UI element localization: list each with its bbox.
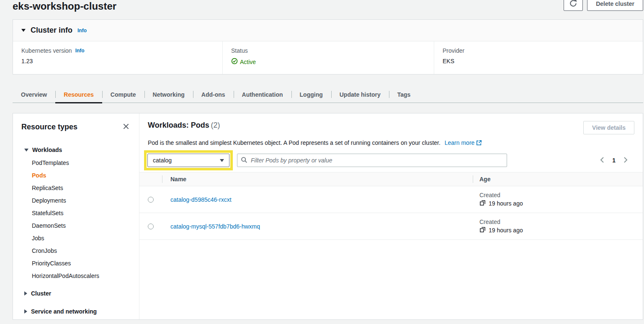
sidebar-item-priorityclasses[interactable]: PriorityClasses xyxy=(21,257,131,270)
cluster-info-link[interactable]: Info xyxy=(77,28,87,33)
sidebar-item-statefulsets[interactable]: StatefulSets xyxy=(21,207,131,219)
sidebar-item-daemonsets[interactable]: DaemonSets xyxy=(21,219,131,232)
tab-add-ons[interactable]: Add-ons xyxy=(193,87,234,103)
workloads-items: PodTemplates Pods ReplicaSets Deployment… xyxy=(21,157,131,282)
kubernetes-version-label: Kubernetes version Info xyxy=(21,47,214,54)
tab-networking[interactable]: Networking xyxy=(144,87,193,103)
resource-types-sidebar: Resource types Workloads PodTemplates Po… xyxy=(13,113,139,319)
row-radio-button[interactable] xyxy=(148,197,154,203)
chevron-down-icon xyxy=(220,159,224,162)
provider-field: Provider EKS xyxy=(434,41,643,74)
copy-icon[interactable] xyxy=(479,226,486,234)
age-created-label: Created xyxy=(479,219,643,225)
age-created-label: Created xyxy=(479,192,643,198)
kubernetes-version-info-link[interactable]: Info xyxy=(75,48,85,54)
tab-authentication[interactable]: Authentication xyxy=(234,87,291,103)
provider-value: EKS xyxy=(443,58,634,64)
age-value-text: 19 hours ago xyxy=(489,227,523,234)
tree-group-service-networking[interactable]: Service and networking xyxy=(21,305,131,318)
pod-name-link[interactable]: catalog-d5985c46-rxcxt xyxy=(170,196,232,203)
pods-content: Workloads: Pods (2) View details Pod is … xyxy=(139,113,643,319)
resources-panel: Resource types Workloads PodTemplates Po… xyxy=(13,113,643,320)
tab-update-history[interactable]: Update history xyxy=(331,87,389,103)
caret-right-icon xyxy=(24,309,27,314)
copy-icon[interactable] xyxy=(479,200,486,207)
tab-resources[interactable]: Resources xyxy=(55,87,102,103)
name-column-header[interactable]: Name xyxy=(162,176,473,183)
cluster-info-body: Kubernetes version Info 1.23 Status Acti… xyxy=(13,41,643,74)
sidebar-item-deployments[interactable]: Deployments xyxy=(21,194,131,207)
tab-compute[interactable]: Compute xyxy=(102,87,144,103)
annotation-highlight: catalog xyxy=(144,150,233,170)
cluster-info-header[interactable]: Cluster info Info xyxy=(13,20,643,41)
pods-description: Pod is the smallest and simplest Kuberne… xyxy=(139,139,643,148)
sidebar-item-replicasets[interactable]: ReplicaSets xyxy=(21,182,131,194)
caret-down-icon xyxy=(24,149,28,152)
pagination: 1 xyxy=(599,157,634,165)
kubernetes-version-value: 1.23 xyxy=(21,58,214,64)
page: eks-workshop-cluster Delete cluster Clus… xyxy=(0,0,644,320)
sidebar-item-cronjobs[interactable]: CronJobs xyxy=(21,244,131,257)
tab-tags[interactable]: Tags xyxy=(389,87,419,103)
namespace-filter-dropdown[interactable]: catalog xyxy=(147,154,229,167)
sidebar-header: Resource types xyxy=(21,122,131,132)
kubernetes-version-field: Kubernetes version Info 1.23 xyxy=(13,41,222,74)
external-link-icon xyxy=(476,140,482,147)
provider-label: Provider xyxy=(443,47,634,54)
filter-row: catalog 1 xyxy=(139,154,643,167)
sidebar-title: Resource types xyxy=(21,123,77,131)
pods-header: Workloads: Pods (2) View details xyxy=(139,121,643,134)
chevron-right-icon xyxy=(623,157,629,165)
search-icon xyxy=(241,157,247,165)
row-radio-button[interactable] xyxy=(148,224,154,229)
caret-down-icon xyxy=(21,29,26,32)
table-row: catalog-d5985c46-rxcxt Created 19 hours … xyxy=(139,186,643,213)
page-title: eks-workshop-cluster xyxy=(13,0,116,13)
close-sidebar-button[interactable] xyxy=(121,122,131,132)
learn-more-link[interactable]: Learn more xyxy=(445,139,482,146)
refresh-icon xyxy=(569,0,577,8)
tree-group-cluster[interactable]: Cluster xyxy=(21,287,131,300)
pod-name-link[interactable]: catalog-mysql-557fdb7bd6-hwxmq xyxy=(170,223,260,230)
chevron-left-icon xyxy=(599,157,605,165)
previous-page-button[interactable] xyxy=(599,157,605,165)
cluster-info-title: Cluster info xyxy=(31,26,72,35)
sidebar-item-horizontalpodautoscalers[interactable]: HorizontalPodAutoscalers xyxy=(21,270,131,282)
refresh-button[interactable] xyxy=(564,0,583,11)
cluster-info-card: Cluster info Info Kubernetes version Inf… xyxy=(13,19,643,75)
next-page-button[interactable] xyxy=(623,157,629,165)
tab-bar: Overview Resources Compute Networking Ad… xyxy=(13,87,643,103)
namespace-filter-value: catalog xyxy=(153,157,172,164)
pods-title: Workloads: Pods xyxy=(148,121,209,129)
header-actions: Delete cluster xyxy=(564,0,643,11)
view-details-button[interactable]: View details xyxy=(583,121,634,134)
age-column-header[interactable]: Age xyxy=(473,176,643,183)
status-field: Status Active xyxy=(222,41,434,74)
pods-search-input[interactable] xyxy=(250,157,503,164)
delete-cluster-button[interactable]: Delete cluster xyxy=(587,0,643,11)
table-row: catalog-mysql-557fdb7bd6-hwxmq Created 1… xyxy=(139,213,643,240)
age-value-text: 19 hours ago xyxy=(489,200,523,207)
current-page-number[interactable]: 1 xyxy=(612,157,616,164)
sidebar-item-pods[interactable]: Pods xyxy=(21,169,131,182)
pods-search-box xyxy=(237,154,507,167)
close-icon xyxy=(122,123,130,131)
pods-table-header: Name Age xyxy=(139,172,643,186)
tree-group-workloads[interactable]: Workloads xyxy=(21,143,131,157)
sidebar-item-podtemplates[interactable]: PodTemplates xyxy=(21,157,131,169)
pods-count: (2) xyxy=(211,121,220,129)
status-label: Status xyxy=(231,47,425,54)
sidebar-item-jobs[interactable]: Jobs xyxy=(21,232,131,244)
check-circle-icon xyxy=(231,58,238,66)
status-value: Active xyxy=(231,58,425,66)
tab-overview[interactable]: Overview xyxy=(13,87,55,103)
tab-logging[interactable]: Logging xyxy=(291,87,331,103)
pods-table: Name Age catalog-d5985c46-rxcxt Created xyxy=(139,172,643,240)
resource-type-tree: Workloads PodTemplates Pods ReplicaSets … xyxy=(21,143,131,318)
pods-title-block: Workloads: Pods (2) xyxy=(148,121,220,130)
caret-right-icon xyxy=(24,291,27,296)
page-header: eks-workshop-cluster Delete cluster xyxy=(13,0,643,13)
